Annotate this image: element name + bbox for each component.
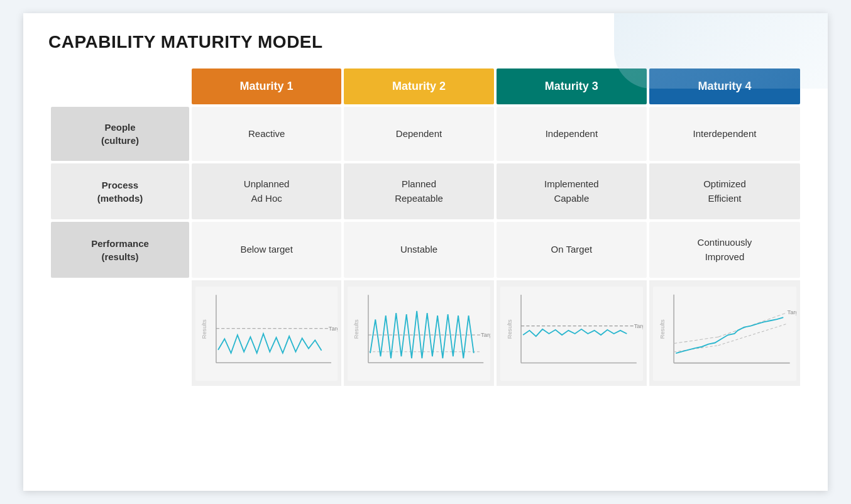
svg-text:Results: Results bbox=[659, 319, 666, 339]
svg-text:Results: Results bbox=[354, 319, 360, 339]
chart-m4: Target Results bbox=[653, 287, 796, 381]
cell-perf-m4: ContinuouslyImproved bbox=[649, 222, 800, 278]
chart-cell-m4: Target Results bbox=[649, 280, 800, 386]
cell-people-m4: Interdependent bbox=[649, 107, 800, 161]
cell-process-m1: UnplannedAd Hoc bbox=[192, 163, 341, 219]
chart-m3: Target Results bbox=[500, 287, 643, 381]
chart-m2: Target Results bbox=[348, 287, 490, 381]
svg-line-20 bbox=[674, 346, 718, 352]
chart-m1: Target Results bbox=[195, 287, 338, 381]
cell-perf-m3: On Target bbox=[497, 222, 647, 278]
cell-process-m2: PlannedRepeatable bbox=[344, 163, 494, 219]
header-row: Maturity 1 Maturity 2 Maturity 3 Maturit… bbox=[51, 68, 800, 104]
maturity-table: Maturity 1 Maturity 2 Maturity 3 Maturit… bbox=[48, 66, 803, 388]
row-people: People(culture) Reactive Dependent Indep… bbox=[51, 107, 800, 161]
svg-text:Results: Results bbox=[506, 319, 512, 339]
row-label-performance: Performance(results) bbox=[51, 222, 189, 278]
row-process: Process(methods) UnplannedAd Hoc Planned… bbox=[51, 163, 800, 219]
chart-cell-m1: Target Results bbox=[192, 280, 341, 386]
chart-svg-m4: Target Results bbox=[653, 287, 796, 381]
cell-perf-m1: Below target bbox=[192, 222, 341, 278]
cell-people-m3: Independent bbox=[497, 107, 647, 161]
chart-cell-m3: Target Results bbox=[497, 280, 647, 386]
svg-text:Target: Target bbox=[634, 323, 642, 329]
cell-people-m1: Reactive bbox=[192, 107, 341, 161]
chart-label-empty bbox=[51, 280, 189, 386]
cell-people-m2: Dependent bbox=[344, 107, 494, 161]
chart-svg-m3: Target Results bbox=[500, 287, 643, 381]
cell-process-m4: OptimizedEfficient bbox=[649, 163, 800, 219]
chart-svg-m2: Target Results bbox=[348, 287, 490, 381]
row-label-process: Process(methods) bbox=[51, 163, 189, 219]
header-maturity3: Maturity 3 bbox=[497, 68, 647, 104]
row-charts: Target Results bbox=[51, 280, 800, 386]
svg-text:Target: Target bbox=[329, 326, 338, 332]
row-label-people: People(culture) bbox=[51, 107, 189, 161]
header-maturity4: Maturity 4 bbox=[649, 68, 800, 104]
table-wrapper: Maturity 1 Maturity 2 Maturity 3 Maturit… bbox=[48, 66, 803, 388]
svg-text:Target: Target bbox=[481, 332, 490, 338]
cell-perf-m2: Unstable bbox=[344, 222, 494, 278]
slide-title: CAPABILITY MATURITY MODEL bbox=[48, 32, 803, 52]
slide: CAPABILITY MATURITY MODEL Maturity 1 Mat… bbox=[23, 13, 828, 491]
svg-line-18 bbox=[674, 337, 718, 343]
cell-process-m3: ImplementedCapable bbox=[497, 163, 647, 219]
svg-text:Results: Results bbox=[201, 319, 207, 339]
chart-cell-m2: Target Results bbox=[344, 280, 494, 386]
svg-text:Target: Target bbox=[787, 309, 796, 315]
chart-svg-m1: Target Results bbox=[195, 287, 338, 381]
header-maturity1: Maturity 1 bbox=[192, 68, 341, 104]
row-performance: Performance(results) Below target Unstab… bbox=[51, 222, 800, 278]
header-label-empty bbox=[51, 68, 189, 104]
header-maturity2: Maturity 2 bbox=[344, 68, 494, 104]
